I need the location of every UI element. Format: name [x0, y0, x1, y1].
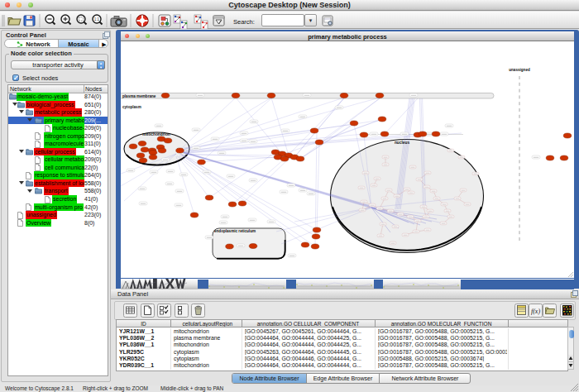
svg-text:plasma membrane: plasma membrane	[122, 94, 156, 98]
svg-text:nucleus: nucleus	[395, 141, 409, 145]
svg-text:endoplasmic reticulum: endoplasmic reticulum	[214, 229, 256, 233]
svg-text:cytoplasm: cytoplasm	[122, 105, 141, 109]
svg-text:1:1: 1:1	[94, 17, 100, 22]
svg-text:unassigned: unassigned	[509, 68, 530, 72]
svg-text:mitochondrion: mitochondrion	[142, 132, 170, 136]
svg-text:f(x): f(x)	[531, 308, 540, 315]
